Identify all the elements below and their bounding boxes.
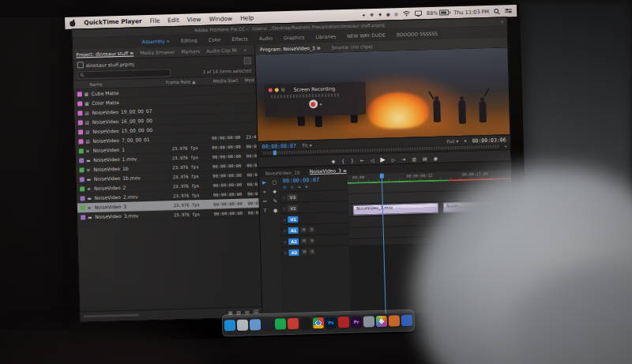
status-app-icon-4[interactable]: ◉ [386,11,390,17]
solo-button[interactable]: S [310,249,315,254]
workspace-tab-new-way-dude[interactable]: NEW WAY DUDE [347,32,386,39]
titlebar-overflow-icon[interactable]: » [501,19,504,24]
horizontal-scrollbar[interactable] [84,313,139,317]
project-tab-3[interactable]: Markers [181,48,200,54]
mute-button[interactable]: M [301,238,307,243]
extract-icon[interactable]: ▤ [423,156,427,161]
dock-icon-spotify[interactable] [275,318,286,329]
panel-menu-icon[interactable]: ≡ [317,45,321,51]
menu-item-help[interactable]: Help [240,14,254,21]
mark-out-icon[interactable]: } [351,157,354,163]
playback-resolution-select[interactable]: Full ▾ [446,138,458,144]
workspace-tab-color[interactable]: Color [209,36,221,42]
project-tab-4[interactable]: Audio Clip Mi [206,47,237,54]
workspace-tab-effects[interactable]: Effects [231,36,248,42]
dock-icon-photoshop[interactable]: Ps [325,317,337,328]
hand-tool-icon[interactable]: ● [273,207,277,212]
app-menu-title[interactable]: QuickTime Player [84,17,142,26]
workspace-tab-graphics[interactable]: Graphics [284,34,305,40]
workspace-tab-editing[interactable]: Editing [181,37,198,43]
apple-menu-icon[interactable] [70,19,76,26]
go-to-out-icon[interactable]: ⇥ [401,156,405,161]
dock-icon-red-app[interactable] [288,318,299,329]
project-tab-1[interactable]: Project: dinosaur stuff ≡ [76,50,134,58]
play-icon[interactable]: ▶ [380,156,385,163]
screen-recording-window[interactable]: Screen Recording ▾ [265,81,367,118]
pen-tool-icon[interactable]: ✎ [273,197,277,203]
zoom-button[interactable] [281,88,285,92]
track-lock-icon[interactable]: ▫ [284,228,287,233]
step-forward-icon[interactable]: ▷ [392,156,396,162]
step-back-icon[interactable]: ◁ [371,157,374,163]
track-target-a2[interactable]: A2 [288,238,299,244]
dock-icon-finder[interactable] [224,320,235,331]
track-lock-icon[interactable]: ▫ [283,217,286,222]
settings-wrench-icon[interactable]: ✦ [463,138,467,144]
track-lock-icon[interactable]: ▫ [282,195,285,200]
track-lock-icon[interactable]: ▫ [284,250,287,255]
track-select-tool-icon[interactable]: ▢ [273,178,277,184]
dock-icon-photos[interactable] [376,316,387,327]
dock-icon-red-app-2[interactable] [338,317,349,328]
tab-program-monitor[interactable]: Program: NoiseVideo_3 ≡ [260,45,321,52]
solo-button[interactable]: S [309,227,314,232]
workspace-tab-libraries[interactable]: Libraries [315,33,336,39]
timeline-tab-noisevideo_3[interactable]: NoiseVideo_3 ≡ [310,167,347,174]
timeline-tab-noisevideo_1b[interactable]: NoiseVideo_1b [265,169,300,175]
type-tool-icon[interactable]: T [264,208,267,213]
display-icon[interactable] [415,10,422,17]
menu-item-edit[interactable]: Edit [167,17,179,24]
control-center-icon[interactable] [505,8,512,13]
workspace-tab-assembly[interactable]: Assembly✕ [142,38,170,44]
battery-indicator[interactable]: 88% [427,9,450,17]
track-target-a3[interactable]: A3 [289,249,299,255]
status-app-icon-1[interactable]: ✦ [362,12,366,17]
linked-selection-icon[interactable]: ≈ [298,185,302,190]
mute-button[interactable]: M [302,249,307,254]
list-view-toggle[interactable] [244,57,251,64]
selection-tool-icon[interactable]: ▶ [262,179,266,185]
project-tab-2[interactable]: Media Browser [140,49,175,55]
zoom-level-select[interactable]: Fit ▾ [303,142,312,148]
add-marker-icon[interactable]: ◆ [331,158,335,163]
status-app-icon-2[interactable]: ❖ [370,12,374,17]
project-tabs-overflow-icon[interactable]: » [243,47,246,52]
dock-icon-gray-app[interactable] [363,316,374,327]
menu-item-window[interactable]: Window [209,15,232,23]
options-chevron-icon[interactable]: ▾ [320,101,322,106]
workspace-close-icon[interactable]: ✕ [167,39,170,43]
track-target-v1[interactable]: V1 [288,216,299,222]
workspace-tab-audio[interactable]: Audio [259,36,273,41]
dock-icon-preview[interactable] [237,320,248,331]
mark-in-icon[interactable]: { [341,158,344,163]
record-button[interactable] [309,99,318,108]
minimize-button[interactable] [275,88,279,92]
timeline-settings-icon[interactable]: ▾ [305,184,307,189]
status-app-icon-5[interactable]: ⊘ [394,11,398,17]
go-to-in-icon[interactable]: ⇤ [360,157,364,163]
dock-icon-dark-app[interactable] [262,319,273,330]
dock-icon-camera[interactable] [300,317,311,328]
column-media-end[interactable]: Med [238,77,255,83]
column-frame-rate[interactable]: Frame Rate ▲ [157,79,195,84]
dock-icon-maps[interactable] [401,315,412,326]
workspace-tab-booooo-ssssss[interactable]: BOOOOO SSSSSS [397,31,438,37]
menu-item-view[interactable]: View [187,16,201,23]
ripple-edit-tool-icon[interactable]: + [262,189,266,194]
program-video-frame[interactable]: Screen Recording ▾ [255,47,510,141]
insert-icon[interactable]: ⊙ [283,185,287,190]
track-lock-icon[interactable]: ▫ [284,239,287,244]
add-button[interactable]: + [504,143,508,148]
close-button[interactable] [269,88,273,92]
dock-icon-orange-app[interactable] [389,315,400,326]
mute-button[interactable]: M [301,227,307,232]
razor-tool-icon[interactable]: ◆ [273,188,276,193]
slip-tool-icon[interactable]: ↔ [263,198,267,204]
snap-icon[interactable]: ∩ [291,185,294,190]
status-app-icon-3[interactable]: ♦ [378,12,382,17]
spotlight-icon[interactable] [494,8,500,14]
menu-item-file[interactable]: File [150,17,160,24]
column-media-start[interactable]: Media Start [195,78,238,84]
scrubber-playhead[interactable] [273,150,276,155]
dock-icon-mail[interactable] [250,319,261,330]
